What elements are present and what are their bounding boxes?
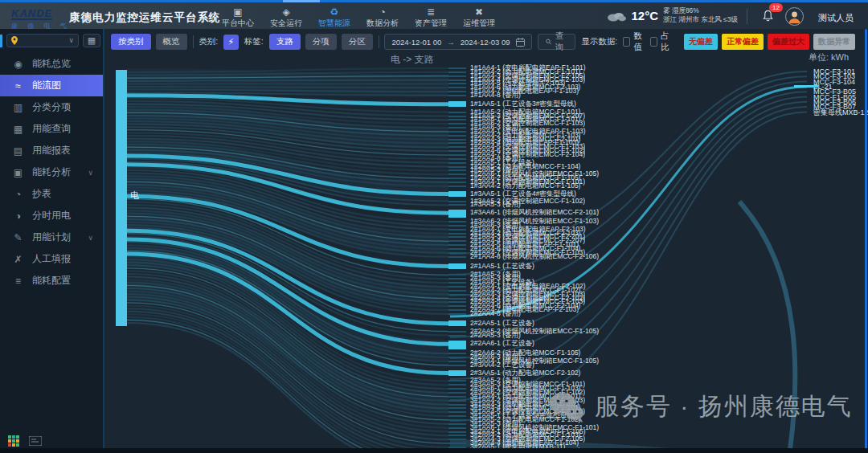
legend-no-deviation[interactable]: 无偏差 bbox=[684, 34, 718, 50]
arrow-right-icon: → bbox=[447, 38, 455, 47]
sidebar-footer bbox=[8, 435, 42, 447]
right-node-label: 密集母线MXB-12(南) bbox=[813, 108, 868, 118]
legend-data-abnormal[interactable]: 数据异常 bbox=[813, 34, 855, 50]
sidebar-item-category[interactable]: ▥分类分项 bbox=[0, 96, 103, 118]
source-node-bar bbox=[116, 70, 127, 326]
tree-toggle-button[interactable]: ▦ bbox=[83, 34, 100, 47]
branch-node-bar bbox=[448, 411, 466, 413]
sidebar-item-config[interactable]: ≡能耗配置 bbox=[0, 270, 103, 292]
view-mode-by-category-button[interactable]: 按类别 bbox=[111, 34, 151, 50]
branch-node-label: 2#2AA4-8 (备用) bbox=[470, 309, 521, 319]
nav-item-platform-center[interactable]: ▣平台中心 bbox=[219, 5, 257, 29]
branch-node-label: 2#2AA6-1 (工艺设备) bbox=[470, 339, 534, 349]
chevron-down-icon: ∨ bbox=[88, 234, 93, 242]
toolbar-divider bbox=[379, 35, 379, 48]
branch-node-bar bbox=[448, 71, 466, 73]
branch-node-bar bbox=[448, 435, 466, 436]
branch-node-bar bbox=[448, 240, 466, 242]
person-icon bbox=[786, 8, 803, 25]
branch-node-bar bbox=[448, 101, 466, 107]
branch-node-bar bbox=[448, 439, 466, 440]
branch-node-bar bbox=[448, 221, 466, 222]
branch-node-bar bbox=[448, 443, 466, 444]
checkbox-group: 数值占比 bbox=[623, 31, 673, 53]
tag-sub-item-button[interactable]: 分项 bbox=[305, 34, 337, 50]
site-selector[interactable]: ∨ bbox=[6, 34, 79, 47]
branch-node-bar bbox=[448, 305, 466, 307]
branch-node-bar bbox=[448, 236, 466, 238]
branch-node-bar bbox=[448, 229, 466, 231]
date-range-picker[interactable]: 2024-12-01 00 → 2024-12-03 09 bbox=[384, 34, 531, 50]
nav-item-data-analysis[interactable]: ◔数据分析 bbox=[363, 5, 402, 29]
legend-normal-deviation[interactable]: 正常偏差 bbox=[722, 34, 764, 50]
sidebar-item-label: 能流图 bbox=[32, 79, 61, 92]
sidebar-item-plan[interactable]: ✎用能计划∨ bbox=[0, 226, 103, 248]
search-label: 查询 bbox=[555, 31, 567, 53]
view-mode-overview-button[interactable]: 概览 bbox=[156, 34, 187, 50]
toolbar-divider bbox=[193, 35, 194, 48]
sidebar-item-label: 能耗总览 bbox=[32, 57, 71, 71]
nav-item-safe-operation[interactable]: ◈安全运行 bbox=[267, 5, 305, 29]
nav-item-smart-energy[interactable]: ♻智慧能源 bbox=[315, 5, 354, 29]
branch-node-bar bbox=[448, 419, 466, 421]
nav-item-label: 平台中心 bbox=[219, 18, 257, 29]
branch-node-bar bbox=[448, 123, 466, 124]
checkbox-icon bbox=[623, 37, 630, 47]
display-checkbox[interactable]: 数值 bbox=[623, 31, 645, 53]
manual-icon: ✗ bbox=[12, 254, 24, 265]
checkbox-label: 占比 bbox=[661, 31, 673, 53]
sidebar-item-analysis[interactable]: ▣能耗分析∨ bbox=[0, 161, 103, 183]
sidebar-item-query[interactable]: ▦用能查询 bbox=[0, 118, 103, 140]
main-content: 按类别概览 类别: ⚡ 标签: 支路分项分区 2024-12-01 00 → 2… bbox=[104, 29, 868, 453]
display-checkbox[interactable]: 占比 bbox=[650, 31, 673, 53]
notifications-button[interactable]: 12 bbox=[762, 10, 775, 22]
report-icon: ▤ bbox=[12, 145, 24, 157]
branch-node-bar bbox=[448, 169, 466, 171]
sidebar-item-label: 分时用电 bbox=[32, 209, 71, 222]
notification-badge: 12 bbox=[769, 3, 783, 12]
branch-node-bar bbox=[448, 274, 466, 275]
branch-node-bar bbox=[448, 357, 466, 358]
overview-icon: ◉ bbox=[12, 59, 24, 70]
checkbox-icon bbox=[650, 37, 657, 47]
vertical-scrollbar[interactable] bbox=[865, 29, 867, 453]
legend-group: 无偏差正常偏差偏差过大数据异常 bbox=[684, 34, 855, 50]
electricity-category-button[interactable]: ⚡ bbox=[223, 35, 239, 50]
sidebar-item-energy-flow[interactable]: ≈能流图 bbox=[0, 75, 103, 96]
header-divider bbox=[747, 9, 747, 24]
tag-branch-button[interactable]: 支路 bbox=[269, 34, 301, 50]
search-button[interactable]: 查询 bbox=[538, 34, 576, 50]
sidebar-item-meter[interactable]: ◔抄表 bbox=[0, 183, 103, 205]
branch-node-bar bbox=[448, 388, 466, 390]
apps-grid-icon[interactable] bbox=[8, 435, 19, 447]
branch-node-bar bbox=[448, 400, 466, 402]
legend-over-deviation[interactable]: 偏差过大 bbox=[768, 34, 809, 50]
sidebar: ∨ ▦ ◉能耗总览≈能流图▥分类分项▦用能查询▤用能报表▣能耗分析∨◔抄表◑分时… bbox=[0, 29, 104, 453]
branch-node-bar bbox=[448, 353, 466, 354]
branch-node-bar bbox=[448, 201, 466, 202]
branch-node-label: 2#1AA4-8 (排烟风机控制箱EMCC-F2-106) bbox=[470, 252, 599, 262]
nav-item-asset-management[interactable]: ≣资产管理 bbox=[411, 5, 450, 29]
branch-node-bar bbox=[448, 407, 466, 409]
sidebar-item-time-of-use[interactable]: ◑分时用电 bbox=[0, 205, 103, 226]
weather-location: 浙江 湖州市 东北风 ≤3级 bbox=[663, 15, 738, 24]
branch-node-bar bbox=[448, 431, 466, 433]
nav-item-ops-management[interactable]: ✖运维管理 bbox=[460, 5, 498, 29]
sidebar-item-overview[interactable]: ◉能耗总览 bbox=[0, 53, 103, 75]
avatar[interactable] bbox=[785, 7, 804, 26]
sidebar-item-report[interactable]: ▤用能报表 bbox=[0, 140, 103, 161]
nav-item-label: 安全运行 bbox=[267, 18, 305, 29]
branch-node-bar bbox=[448, 131, 466, 133]
view-mode-group: 按类别概览 bbox=[111, 34, 187, 50]
humidity: 湿度86% bbox=[672, 6, 699, 14]
branch-node-bar bbox=[448, 298, 466, 300]
list-collapse-icon[interactable] bbox=[29, 436, 42, 446]
sidebar-item-manual[interactable]: ✗人工填报 bbox=[0, 248, 103, 270]
header-nav: ▣平台中心◈安全运行♻智慧能源◔数据分析≣资产管理✖运维管理 bbox=[219, 5, 498, 29]
watermark: 服务号 · 扬州康德电气 bbox=[548, 390, 853, 423]
config-icon: ≡ bbox=[12, 275, 24, 287]
branch-node-bar bbox=[448, 204, 466, 206]
cloud-icon bbox=[606, 10, 627, 22]
tag-zone-button[interactable]: 分区 bbox=[342, 34, 373, 50]
category-label: 类别: bbox=[199, 36, 218, 47]
